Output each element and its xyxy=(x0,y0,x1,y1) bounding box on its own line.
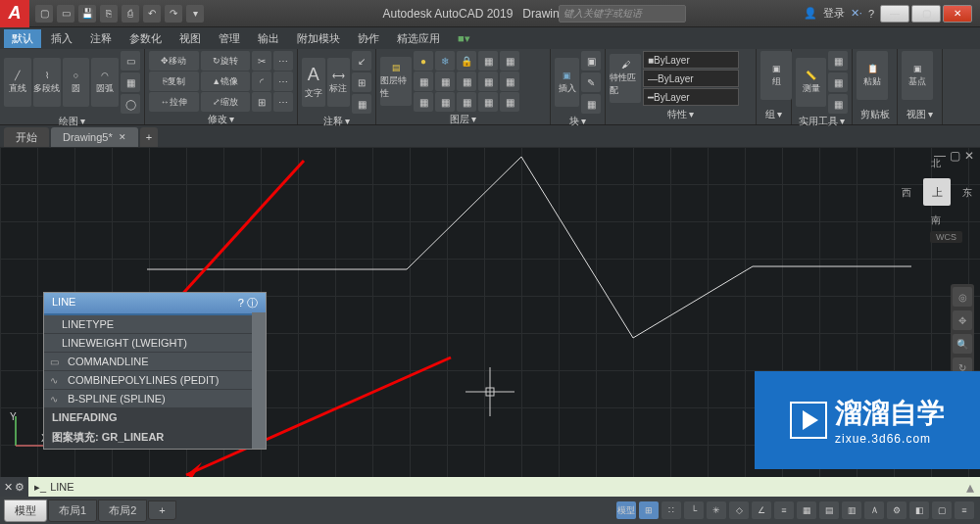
leader-icon[interactable]: ↙ xyxy=(352,51,371,71)
panel-layer-label[interactable]: 图层 ▾ xyxy=(380,112,546,127)
status-grid-icon[interactable]: ⊞ xyxy=(639,501,659,519)
status-sc-icon[interactable]: ▥ xyxy=(842,501,861,519)
l11-icon[interactable]: ▦ xyxy=(414,92,433,112)
util1-icon[interactable]: ▦ xyxy=(828,51,848,71)
l9-icon[interactable]: ▦ xyxy=(478,71,498,91)
panel-annot-label[interactable]: 注释 ▾ xyxy=(302,114,371,129)
panel-view-label[interactable]: 视图 ▾ xyxy=(902,107,938,122)
app-logo[interactable]: A xyxy=(0,0,29,27)
arc-button[interactable]: ◠圆弧 xyxy=(91,58,119,107)
util2-icon[interactable]: ▦ xyxy=(828,72,848,92)
insert-block-button[interactable]: ▣插入 xyxy=(555,58,579,107)
l6-icon[interactable]: ▦ xyxy=(414,71,433,91)
nav-pan-icon[interactable]: ✥ xyxy=(953,310,972,330)
l3-icon[interactable]: 🔒 xyxy=(457,51,476,71)
status-trans-icon[interactable]: ▦ xyxy=(797,501,816,519)
panel-util-label[interactable]: 实用工具 ▾ xyxy=(796,114,848,129)
linetype-combo[interactable]: ━ ByLayer xyxy=(643,88,739,106)
vc-top[interactable]: 上 xyxy=(923,178,951,206)
status-otrack-icon[interactable]: ∠ xyxy=(752,501,771,519)
qat-more-icon[interactable]: ▾ xyxy=(186,5,204,23)
tab-output[interactable]: 输出 xyxy=(250,29,287,48)
tab-close-icon[interactable]: ✕ xyxy=(119,132,126,142)
move-button[interactable]: ✥ 移动 xyxy=(149,51,199,71)
measure-button[interactable]: 📏测量 xyxy=(796,58,826,107)
create-block-icon[interactable]: ▣ xyxy=(581,51,601,71)
tab-drawing5[interactable]: Drawing5*✕ xyxy=(51,127,138,147)
qat-undo-icon[interactable]: ↶ xyxy=(143,5,161,23)
status-clean-icon[interactable]: ▢ xyxy=(932,501,952,519)
copy-button[interactable]: ⎘ 复制 xyxy=(149,71,199,91)
l13-icon[interactable]: ▦ xyxy=(457,92,476,112)
ellipse-icon[interactable]: ◯ xyxy=(121,94,140,114)
l4-icon[interactable]: ▦ xyxy=(478,51,498,71)
cmd-close-icon[interactable]: ✕ xyxy=(4,481,13,494)
polyline-button[interactable]: ⌇多段线 xyxy=(33,58,61,107)
viewcube[interactable]: 北 西 上 东 南 xyxy=(902,157,972,227)
tab-insert[interactable]: 插入 xyxy=(43,29,80,48)
status-osnap-icon[interactable]: ◇ xyxy=(729,501,749,519)
panel-clip-label[interactable]: 剪贴板 xyxy=(857,107,893,122)
qat-open-icon[interactable]: ▭ xyxy=(57,5,74,23)
ac-item-linetype[interactable]: LINETYPE xyxy=(44,315,266,334)
ac-cat-hatch[interactable]: 图案填充: GR_LINEAR xyxy=(44,427,266,449)
cmd-opts-icon[interactable]: ⚙ xyxy=(15,481,24,494)
cmd-text[interactable]: LINE xyxy=(50,481,74,493)
tab-parametric[interactable]: 参数化 xyxy=(122,29,170,48)
group-button[interactable]: ▣组 xyxy=(760,51,792,100)
ac-item-commandline[interactable]: ▭COMMANDLINE xyxy=(44,353,266,371)
maximize-button[interactable]: ▢ xyxy=(911,5,941,23)
circle-button[interactable]: ○圆 xyxy=(63,58,90,107)
wcs-badge[interactable]: WCS xyxy=(930,231,962,243)
qat-redo-icon[interactable]: ↷ xyxy=(165,5,182,23)
status-snap-icon[interactable]: ∷ xyxy=(662,501,681,519)
command-line[interactable]: ✕ ⚙ ▸_ LINE ▴ xyxy=(0,477,980,497)
status-lw-icon[interactable]: ≡ xyxy=(774,501,794,519)
panel-group-label[interactable]: 组 ▾ xyxy=(760,107,787,122)
status-menu-icon[interactable]: ≡ xyxy=(955,501,974,519)
panel-modify-label[interactable]: 修改 ▾ xyxy=(149,112,293,127)
tab-collab[interactable]: 协作 xyxy=(350,29,387,48)
tab-start[interactable]: 开始 xyxy=(4,127,49,147)
trim-icon[interactable]: ✂ xyxy=(252,51,271,71)
vc-east[interactable]: 东 xyxy=(962,186,972,200)
stretch-button[interactable]: ↔ 拉伸 xyxy=(149,92,199,112)
exchange-icon[interactable]: ✕· xyxy=(851,7,862,20)
l8-icon[interactable]: ▦ xyxy=(457,71,476,91)
search-input[interactable]: 键入关键字或短语 xyxy=(559,5,686,23)
tab-view[interactable]: 视图 xyxy=(172,29,209,48)
cmd-expand-icon[interactable]: ▴ xyxy=(960,478,980,497)
nav-wheel-icon[interactable]: ◎ xyxy=(953,287,972,307)
text-button[interactable]: A文字 xyxy=(302,58,325,107)
qat-save-icon[interactable]: 💾 xyxy=(78,5,96,23)
tab-manage[interactable]: 管理 xyxy=(211,29,248,48)
qat-plot-icon[interactable]: ⎙ xyxy=(122,5,139,23)
ac-item-combinepolylines[interactable]: ∿COMBINEPOLYLINES (PEDIT) xyxy=(44,371,266,390)
table-icon[interactable]: ⊞ xyxy=(352,72,371,92)
layout-tab-l2[interactable]: 布局2 xyxy=(98,500,147,522)
rotate-button[interactable]: ↻ 旋转 xyxy=(201,51,251,71)
status-qp-icon[interactable]: ▤ xyxy=(819,501,839,519)
panel-props-label[interactable]: 特性 ▾ xyxy=(610,107,752,122)
minimize-button[interactable]: — xyxy=(880,5,909,23)
layout-tab-model[interactable]: 模型 xyxy=(4,500,47,522)
l14-icon[interactable]: ▦ xyxy=(478,92,498,112)
status-model-button[interactable]: 模型 xyxy=(616,501,636,519)
ac-selected[interactable]: LINE xyxy=(52,296,75,310)
line-button[interactable]: ╱直线 xyxy=(4,58,31,107)
extra3-icon[interactable]: ⋯ xyxy=(273,92,293,112)
ann3-icon[interactable]: ▦ xyxy=(352,94,371,114)
status-ws-icon[interactable]: ⚙ xyxy=(887,501,906,519)
panel-block-label[interactable]: 块 ▾ xyxy=(555,114,601,129)
dim-button[interactable]: ⟷标注 xyxy=(327,58,351,107)
fillet-icon[interactable]: ◜ xyxy=(252,71,271,91)
edit-block-icon[interactable]: ✎ xyxy=(581,72,601,92)
vc-west[interactable]: 西 xyxy=(902,186,911,200)
hatch-icon[interactable]: ▦ xyxy=(121,72,140,92)
status-iso-icon[interactable]: ◧ xyxy=(909,501,929,519)
ac-scrollbar[interactable] xyxy=(252,312,266,449)
status-ortho-icon[interactable]: └ xyxy=(684,501,704,519)
ac-cat-linefading[interactable]: LINEFADING xyxy=(44,408,266,427)
status-polar-icon[interactable]: ✳ xyxy=(707,501,726,519)
layer-props-button[interactable]: ▤图层特性 xyxy=(380,57,412,106)
